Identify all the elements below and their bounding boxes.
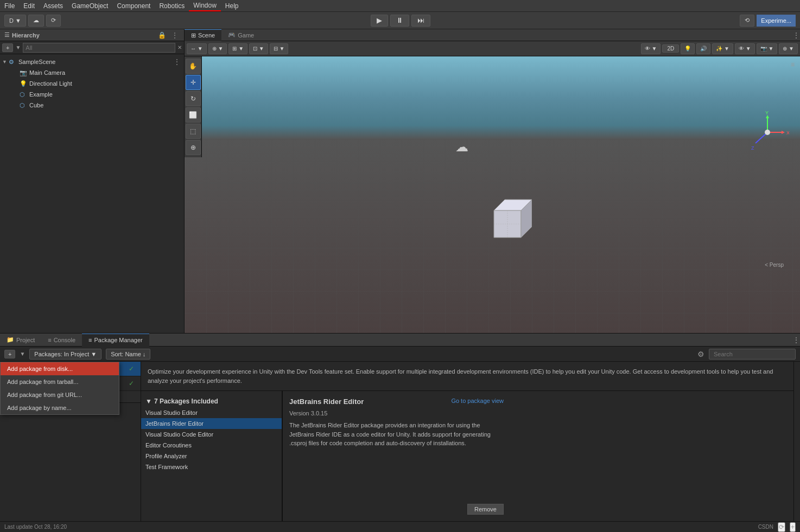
tab-game[interactable]: 🎮 Game — [221, 29, 261, 41]
hierarchy-menu-btn[interactable]: ⋮ — [170, 31, 180, 40]
scene-cube — [483, 194, 532, 245]
hierarchy-search[interactable] — [23, 43, 175, 53]
hierarchy-icon: ☰ — [4, 31, 10, 39]
menu-window[interactable]: Window — [189, 1, 221, 11]
hand-tool-btn[interactable]: ✋ — [186, 59, 201, 74]
menu-assets[interactable]: Assets — [39, 1, 67, 11]
cloud-btn[interactable]: ☁ — [28, 15, 44, 27]
transform-tools-btn[interactable]: ↔ ▼ — [187, 43, 207, 54]
pkg-search-input[interactable] — [709, 349, 796, 360]
camera-settings-btn[interactable]: 📷 ▼ — [757, 43, 778, 54]
2d-btn[interactable]: 2D — [662, 44, 679, 53]
scene-tools: ✋ ✛ ↻ ⬜ ⬚ ⊕ — [185, 56, 202, 157]
scene-icon: ⚙ — [9, 59, 16, 66]
pause-button[interactable]: ⏸ — [390, 15, 409, 27]
pkg-sort-btn[interactable]: Sort: Name ↓ — [106, 349, 150, 360]
play-button[interactable]: ▶ — [371, 15, 388, 27]
pkg-dropdown-menu: Add package from disk... Add package fro… — [0, 362, 119, 415]
pkg-add-from-tarball[interactable]: Add package from tarball... — [1, 375, 119, 388]
fx-btn[interactable]: ✨ ▼ — [712, 43, 733, 54]
audio-btn[interactable]: 🔊 — [696, 43, 710, 54]
render-btn[interactable]: ⊟ ▼ — [270, 43, 289, 54]
pkg-remove-btn[interactable]: Remove — [467, 504, 504, 515]
console-tab-icon: ≡ — [48, 337, 51, 343]
scene-menu-btn[interactable]: ⋮ — [172, 57, 182, 66]
experiment-btn[interactable]: Experime... — [757, 15, 796, 27]
hierarchy-add-btn[interactable]: + — [2, 43, 13, 52]
pkg-included-count-label: 7 Packages Included — [154, 398, 218, 405]
menu-component[interactable]: Component — [112, 1, 155, 11]
camera-icon: 📷 — [20, 69, 27, 76]
bottom-tab-menu-btn[interactable]: ⋮ — [792, 336, 800, 344]
menu-edit[interactable]: Edit — [19, 1, 39, 11]
pkg-included-section: ▼ 7 Packages Included Visual Studio Edit… — [141, 391, 282, 521]
game-tab-icon: 🎮 — [228, 31, 236, 39]
menu-gameobject[interactable]: GameObject — [67, 1, 112, 11]
account-btn[interactable]: D ▼ — [4, 15, 26, 27]
pkg-urdf-check: ✓ — [129, 380, 134, 387]
menu-file[interactable]: File — [0, 1, 19, 11]
tree-item-directional-light[interactable]: 💡 Directional Light — [0, 78, 184, 89]
pkg-add-btn[interactable]: + — [4, 350, 15, 358]
pkg-scrollbar[interactable] — [793, 362, 800, 521]
tree-item-main-camera[interactable]: 📷 Main Camera — [0, 67, 184, 78]
tree-item-samplescene[interactable]: ▼ ⚙ SampleScene ⋮ — [0, 56, 184, 67]
tree-item-example[interactable]: ⬡ Example — [0, 89, 184, 100]
hierarchy-content: ▼ ⚙ SampleScene ⋮ 📷 Main Camera 💡 — [0, 54, 184, 333]
go-to-package-view-link[interactable]: Go to package view — [451, 398, 504, 404]
scale-tool-btn[interactable]: ⬜ — [186, 107, 201, 123]
hierarchy-panel: ☰ Hierarchy 🔒 ⋮ + ▼ ✕ ▼ ⚙ SampleScene ⋮ — [0, 29, 185, 333]
refresh-btn[interactable]: ⟳ — [778, 522, 785, 532]
tab-project[interactable]: 📁 Project — [0, 334, 41, 347]
scene-vis-btn[interactable]: 👁 ▼ — [641, 43, 661, 54]
tab-console[interactable]: ≡ Console — [41, 334, 82, 347]
tree-item-cube[interactable]: ⬡ Cube — [0, 100, 184, 111]
viewport-menu-btn[interactable]: ⋮ — [792, 31, 800, 40]
menu-robotics[interactable]: Robotics — [155, 1, 189, 11]
search-clear-icon[interactable]: ✕ — [177, 44, 182, 50]
pkg-settings-btn[interactable]: ⚙ — [697, 350, 704, 358]
rect-tool-btn[interactable]: ⬚ — [186, 124, 201, 139]
snap-btn[interactable]: ⊡ ▼ — [249, 43, 268, 54]
pkg-detail-top-row: JetBrains Rider Editor Version 3.0.15 Go… — [289, 398, 504, 421]
pkg-detail-version: Version 3.0.15 — [289, 410, 364, 416]
pkg-inc-editor-coroutines[interactable]: Editor Coroutines — [141, 440, 282, 451]
menu-help[interactable]: Help — [221, 1, 243, 11]
move-tool-btn[interactable]: ✛ — [186, 75, 201, 90]
tree-arrow-icon: ▼ — [2, 59, 9, 65]
pkg-inc-profile-analyzer[interactable]: Profile Analyzer — [141, 451, 282, 462]
tab-scene[interactable]: ⊞ Scene — [185, 29, 221, 41]
pkg-tab-label: Package Manager — [94, 337, 142, 343]
history-btn[interactable]: ⟲ — [740, 15, 754, 27]
pkg-add-from-git[interactable]: Add package from git URL... — [1, 388, 119, 401]
pkg-add-by-name[interactable]: Add package by name... — [1, 401, 119, 414]
svg-point-13 — [765, 130, 770, 135]
pkg-detail-title-block: JetBrains Rider Editor Version 3.0.15 — [289, 398, 364, 421]
example-icon: ⬡ — [20, 91, 27, 98]
add-status-btn[interactable]: + — [790, 522, 796, 532]
search-toolbar-btn[interactable]: ⟳ — [46, 15, 61, 27]
pkg-add-from-disk[interactable]: Add package from disk... — [1, 362, 119, 375]
hierarchy-lock-btn[interactable]: 🔒 — [156, 31, 168, 40]
example-label: Example — [29, 91, 53, 98]
pkg-ros-tcp-check: ✓ — [129, 365, 134, 373]
persp-label: < Persp — [765, 262, 784, 268]
pkg-inc-test-framework[interactable]: Test Framework — [141, 462, 282, 472]
pkg-add-arrow: ▼ — [20, 351, 25, 357]
hierarchy-title: Hierarchy — [12, 32, 154, 39]
pkg-inc-vscode[interactable]: Visual Studio Code Editor — [141, 429, 282, 440]
lighting-btn[interactable]: 💡 — [681, 43, 695, 54]
pivot-btn[interactable]: ⊕ ▼ — [208, 43, 227, 54]
pkg-filter-btn[interactable]: Packages: In Project ▼ — [29, 349, 101, 360]
pkg-inc-visual-studio[interactable]: Visual Studio Editor — [141, 407, 282, 418]
tab-package-manager[interactable]: ≡ Package Manager — [82, 334, 149, 347]
step-button[interactable]: ⏭ — [411, 15, 430, 27]
grid-btn[interactable]: ⊞ ▼ — [228, 43, 247, 54]
transform-tool-btn[interactable]: ⊕ — [186, 140, 201, 155]
pkg-inc-jetbrains[interactable]: JetBrains Rider Editor — [141, 418, 282, 429]
menu-bar: File Edit Assets GameObject Component Ro… — [0, 0, 800, 12]
gizmo-btn[interactable]: ⊕ ▼ — [779, 43, 798, 54]
hide-btn[interactable]: 👁 ▼ — [735, 43, 755, 54]
scene-tab-label: Scene — [198, 32, 215, 39]
rotate-tool-btn[interactable]: ↻ — [186, 91, 201, 106]
